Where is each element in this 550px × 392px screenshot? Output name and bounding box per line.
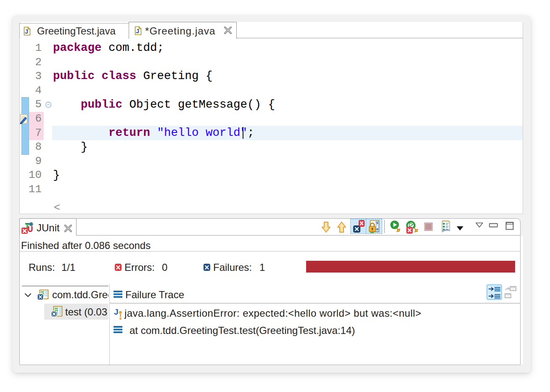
svg-text:J: J <box>114 308 119 316</box>
svg-text:J: J <box>136 27 139 34</box>
svg-text:J: J <box>25 28 28 35</box>
